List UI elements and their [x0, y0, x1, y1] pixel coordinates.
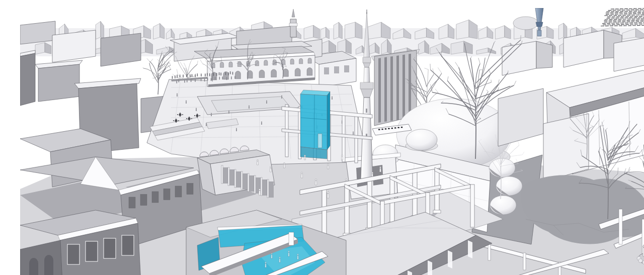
distant-dome [513, 17, 538, 30]
upper-balcony [363, 57, 371, 63]
render-canvas [20, 8, 644, 275]
architectural-render [20, 8, 644, 275]
small-dome [406, 129, 437, 150]
glass-elevator-tower [300, 90, 330, 159]
